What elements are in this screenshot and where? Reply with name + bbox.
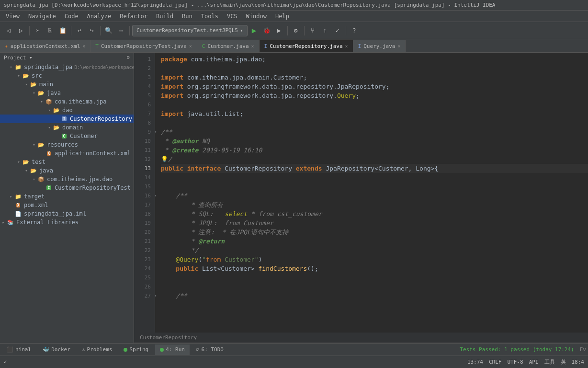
tree-label-pom: pom.xml <box>24 202 48 208</box>
run-button[interactable]: ▶ <box>249 25 260 36</box>
settings-button[interactable]: ⚙ <box>290 25 302 36</box>
line-num-12: 12 <box>134 155 151 164</box>
search-button[interactable]: 🔍 <box>103 25 114 36</box>
expand-arrow: ▾ <box>31 142 37 147</box>
tab-close-icon[interactable]: × <box>82 44 85 49</box>
pom-icon: X <box>14 201 22 209</box>
commit-button[interactable]: ✓ <box>332 25 343 36</box>
encoding-indicator[interactable]: UTF-8 <box>508 359 523 365</box>
tree-item-java-src[interactable]: ▾ 📂 java <box>0 89 134 97</box>
replace-button[interactable]: ↔ <box>115 25 127 36</box>
fold-icon-9[interactable]: ▾ <box>155 127 157 137</box>
bottom-tab-todo[interactable]: ☑ 6: TODO <box>192 345 228 355</box>
menu-vcs[interactable]: VCS <box>223 12 241 21</box>
lang-indicator[interactable]: 英 <box>561 358 566 366</box>
tree-item-pom[interactable]: X pom.xml <box>0 201 134 209</box>
crlf-indicator[interactable]: CRLF <box>489 359 502 365</box>
code-text <box>161 291 176 300</box>
code-editor[interactable]: package com.itheima.jpa.dao; import com.… <box>155 53 588 333</box>
menu-code[interactable]: Code <box>61 12 82 21</box>
vcs-button[interactable]: ⑂ <box>307 25 318 36</box>
tree-item-iml[interactable]: 📄 springdata_jpa.iml <box>0 209 134 218</box>
code-text <box>183 164 187 173</box>
sidebar-actions[interactable]: ⚙ <box>127 55 130 60</box>
tab-applicationContext[interactable]: ✦ applicationContext.xml × <box>0 40 90 52</box>
bottom-tab-run[interactable]: 4: Run <box>155 345 190 355</box>
menu-build[interactable]: Build <box>152 12 177 21</box>
keyword: import <box>161 91 183 100</box>
bottom-tab-spring[interactable]: Spring <box>119 345 153 355</box>
menu-navigate[interactable]: Navigate <box>24 12 60 21</box>
tree-item-src[interactable]: ▾ 📂 src <box>0 71 134 80</box>
test-src-icon: 📂 <box>30 167 37 174</box>
tree-item-domain[interactable]: ▾ 📂 domain <box>0 123 134 132</box>
help-button[interactable]: ? <box>349 25 360 36</box>
line-num-23: 23 <box>134 255 151 264</box>
tree-item-target[interactable]: ▸ 📁 target <box>0 192 134 201</box>
line-num-10: 10 <box>134 137 151 146</box>
tab-customerRepository[interactable]: I CustomerRepository.java × <box>260 40 353 52</box>
bottom-tab-problems[interactable]: ⚠ Problems <box>77 345 117 355</box>
tree-label-pkg: com.itheima.jpa <box>55 98 106 105</box>
main-layout: Project ▾ ⚙ ▾ 📁 springdata_jpa D:\workco… <box>0 53 588 343</box>
code-line-14 <box>161 173 588 182</box>
menu-help[interactable]: Help <box>271 12 293 21</box>
tree-item-dao[interactable]: ▾ 📂 dao <box>0 106 134 115</box>
tab-customer[interactable]: C Customer.java × <box>197 40 260 52</box>
bottom-tab-docker[interactable]: 🐳 Docker <box>38 345 75 355</box>
menu-run[interactable]: Run <box>178 12 196 21</box>
tree-label-springdata-jpa: springdata_jpa <box>24 64 72 70</box>
bottom-tab-terminal[interactable]: ⬛ ninal <box>2 345 36 355</box>
tree-item-CustomerRepository[interactable]: I CustomerRepository <box>0 115 134 123</box>
menu-tools[interactable]: Tools <box>197 12 222 21</box>
tab-close-icon[interactable]: × <box>251 44 254 49</box>
copy-button[interactable]: ⎘ <box>45 25 56 36</box>
menu-bar: View Navigate Code Analyze Refactor Buil… <box>0 11 588 22</box>
run-config-selector[interactable]: CustomerRepositoryTest.testJPQL5 ▾ <box>132 25 248 36</box>
tree-item-ext-libs[interactable]: ▸ 📚 External Libraries <box>0 218 134 227</box>
tab-close-icon[interactable]: × <box>189 44 192 49</box>
menu-window[interactable]: Window <box>242 12 271 21</box>
forward-button[interactable]: ▷ <box>15 25 27 36</box>
menu-refactor[interactable]: Refactor <box>116 12 151 21</box>
status-icon: ✓ <box>4 359 7 365</box>
tree-item-main[interactable]: ▾ 📂 main <box>0 80 134 89</box>
back-button[interactable]: ◁ <box>3 25 14 36</box>
tools-indicator[interactable]: 工具 <box>544 358 555 366</box>
bottom-tab-label-docker: Docker <box>51 346 70 353</box>
code-text <box>161 200 191 209</box>
tree-item-appContext[interactable]: X applicationContext.xml <box>0 149 134 158</box>
run-with-coverage[interactable]: ▶ <box>273 25 285 36</box>
tree-item-test[interactable]: ▾ 📂 test <box>0 158 134 166</box>
code-line-20: * 注意: * 在JPQL语句中不支持 <box>161 228 588 237</box>
tree-item-test-pkg[interactable]: ▾ 📦 com.itheima.jpa.dao <box>0 175 134 184</box>
code-line-9: ▾ /** <box>161 127 588 137</box>
separator-1 <box>29 26 30 35</box>
line-col-indicator[interactable]: 13:74 <box>467 359 483 365</box>
editor-breadcrumb: CustomerRepository <box>134 333 588 343</box>
paste-button[interactable]: 📋 <box>57 25 68 36</box>
update-button[interactable]: ↑ <box>319 25 331 36</box>
tab-customerRepositoryTest[interactable]: T CustomerRepositoryTest.java × <box>90 40 197 52</box>
api-indicator: API <box>529 359 539 365</box>
code-line-2 <box>161 64 588 73</box>
debug-button[interactable]: 🐞 <box>261 25 272 36</box>
fold-icon-27[interactable]: ▾ <box>155 291 157 300</box>
menu-view[interactable]: View <box>2 12 23 21</box>
tree-item-com-itheima-jpa[interactable]: ▾ 📦 com.itheima.jpa <box>0 97 134 106</box>
tab-close-icon[interactable]: × <box>345 44 348 49</box>
tree-item-resources[interactable]: ▾ 📂 resources <box>0 140 134 149</box>
undo-button[interactable]: ↩ <box>74 25 85 36</box>
code-text: ) <box>259 255 262 264</box>
tree-item-java-test[interactable]: ▾ 📂 java <box>0 166 134 175</box>
cut-button[interactable]: ✂ <box>32 25 44 36</box>
menu-analyze[interactable]: Analyze <box>83 12 115 21</box>
tree-item-springdata-jpa[interactable]: ▾ 📁 springdata_jpa D:\workcode\workspace… <box>0 63 134 71</box>
tab-close-icon[interactable]: × <box>397 44 400 49</box>
tree-item-CustomerRepositoryTest[interactable]: C CustomerRepositoryTest <box>0 184 134 192</box>
redo-button[interactable]: ↪ <box>86 25 98 36</box>
line-num-9: 9 <box>134 127 151 137</box>
fold-icon-16[interactable]: ▾ <box>155 191 157 200</box>
tab-query[interactable]: I Query.java × <box>353 40 406 52</box>
tree-item-Customer[interactable]: C Customer <box>0 132 134 140</box>
